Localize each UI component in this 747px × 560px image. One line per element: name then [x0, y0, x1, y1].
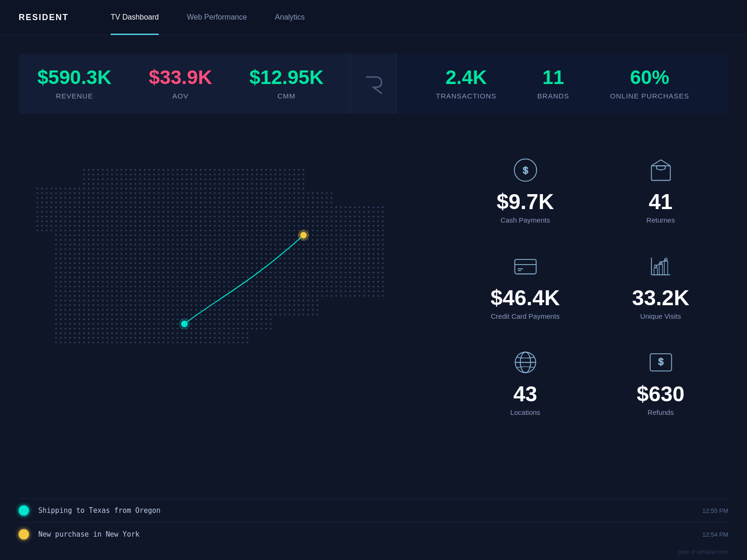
metric-returns: 41 Returnes	[593, 142, 728, 238]
footer-credit: post of uimaker.com	[678, 549, 728, 555]
logo: RESIDENT	[19, 13, 69, 22]
activity-dot-cyan	[19, 505, 29, 516]
metric-cash-payments: $ $9.7K Cash Payments	[458, 142, 593, 238]
us-map-container	[19, 142, 439, 366]
stat-online-purchases: 60% Online Purchases	[610, 68, 689, 100]
brand-logo	[350, 54, 397, 114]
svg-rect-2	[651, 166, 670, 180]
activity-time-purchase: 12:54 PM	[702, 531, 728, 538]
stats-right: 2.4K Transactions 11 Brands 60% Online P…	[397, 54, 728, 114]
svg-rect-11	[659, 264, 662, 274]
stat-brands: 11 Brands	[537, 68, 570, 100]
activity-text-purchase: New purchase in New York	[38, 530, 693, 539]
activity-item-shipping: Shipping to Texas from Oregon 12:55 PM	[19, 498, 728, 522]
metric-credit-card: $46.4K Credit Card Payments	[458, 238, 593, 334]
svg-rect-12	[664, 261, 667, 274]
activity-dot-yellow	[19, 529, 29, 539]
metric-locations: 43 Locations	[458, 334, 593, 430]
stat-cmm: $12.95K CMM	[249, 68, 324, 100]
dollar-square-icon: $	[647, 348, 675, 376]
activity-section: Shipping to Texas from Oregon 12:55 PM N…	[0, 498, 747, 560]
nav-item-analytics[interactable]: Analytics	[261, 0, 319, 35]
svg-rect-4	[514, 259, 536, 273]
globe-icon	[511, 348, 539, 376]
nav-item-tv-dashboard[interactable]: TV Dashboard	[97, 0, 173, 35]
activity-item-purchase: New purchase in New York 12:54 PM	[19, 522, 728, 546]
activity-time-shipping: 12:55 PM	[702, 507, 728, 514]
activity-text-shipping: Shipping to Texas from Oregon	[38, 506, 693, 515]
stat-aov: $33.9K AOV	[149, 68, 212, 100]
nav-item-web-performance[interactable]: Web Performance	[173, 0, 261, 35]
box-icon	[647, 156, 675, 184]
metrics-section: $ $9.7K Cash Payments 41 Returnes	[458, 142, 728, 430]
map-section	[19, 142, 439, 430]
svg-text:$: $	[658, 357, 663, 367]
chart-line-icon	[647, 252, 675, 280]
stat-revenue: $590.3K Revenue	[37, 68, 112, 100]
navigation: RESIDENT TV Dashboard Web Performance An…	[0, 0, 747, 35]
top-stats-bar: $590.3K Revenue $33.9K AOV $12.95K CMM 2…	[19, 54, 728, 114]
credit-card-icon	[511, 252, 539, 280]
svg-rect-10	[654, 268, 657, 275]
main-content: $ $9.7K Cash Payments 41 Returnes	[0, 123, 747, 449]
metric-refunds: $ $630 Refunds	[593, 334, 728, 430]
metric-unique-visits: 33.2K Unique Visits	[593, 238, 728, 334]
stat-transactions: 2.4K Transactions	[436, 68, 497, 100]
dollar-circle-icon: $	[511, 156, 539, 184]
svg-text:$: $	[522, 165, 528, 175]
stats-left: $590.3K Revenue $33.9K AOV $12.95K CMM	[19, 54, 350, 114]
